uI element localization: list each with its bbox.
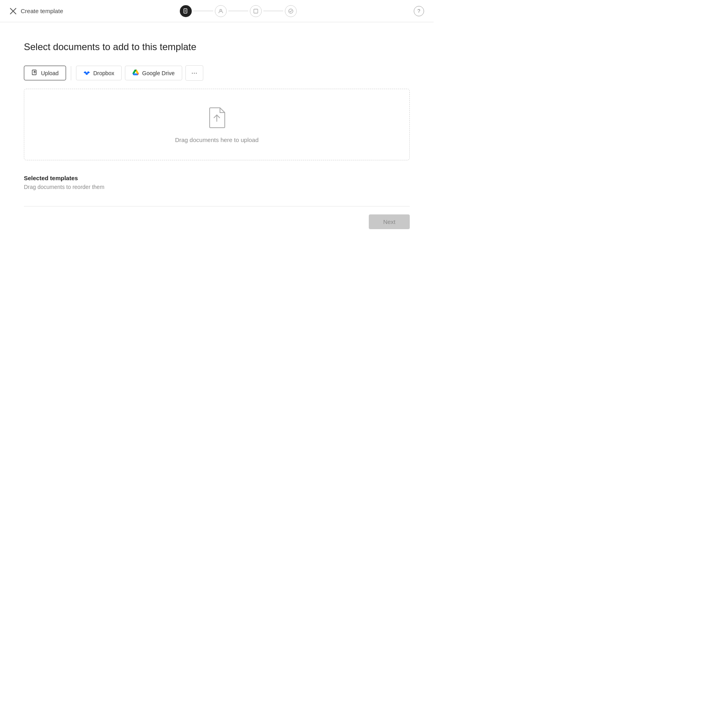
page-title: Select documents to add to this template	[24, 41, 410, 53]
selected-templates-title: Selected templates	[24, 175, 410, 181]
more-icon: ···	[191, 69, 197, 77]
file-upload-icon	[207, 106, 226, 130]
upload-button-label: Upload	[41, 70, 58, 76]
dropbox-icon	[84, 69, 90, 77]
close-button[interactable]	[10, 8, 17, 15]
main-content: Select documents to add to this template…	[0, 22, 434, 248]
selected-templates-section: Selected templates Drag documents to reo…	[24, 175, 410, 190]
header-title: Create template	[21, 8, 63, 14]
step-line-2	[228, 11, 248, 11]
upload-icon	[31, 69, 38, 77]
help-button[interactable]: ?	[414, 6, 424, 16]
svg-rect-2	[184, 9, 187, 13]
svg-rect-6	[254, 9, 258, 13]
drop-zone[interactable]: Drag documents here to upload	[24, 89, 410, 160]
dropbox-button-label: Dropbox	[93, 70, 114, 76]
step-document	[180, 5, 192, 17]
svg-point-7	[289, 9, 293, 13]
header: Create template	[0, 0, 434, 22]
help-icon: ?	[417, 8, 420, 14]
google-drive-button[interactable]: Google Drive	[125, 66, 182, 80]
step-circle-1	[180, 5, 192, 17]
next-button[interactable]: Next	[369, 214, 410, 229]
wizard-steps	[180, 5, 297, 17]
dropbox-button[interactable]: Dropbox	[76, 66, 122, 80]
step-circle-3	[250, 5, 262, 17]
step-line-1	[193, 11, 213, 11]
step-fields	[250, 5, 262, 17]
step-circle-2	[215, 5, 227, 17]
selected-templates-subtitle: Drag documents to reorder them	[24, 184, 410, 190]
footer: Next	[24, 206, 410, 229]
step-review	[285, 5, 297, 17]
step-circle-4	[285, 5, 297, 17]
divider-1	[71, 66, 71, 80]
upload-source-row: Upload Dropbox	[24, 65, 410, 81]
header-right: ?	[414, 6, 424, 16]
google-drive-icon	[132, 69, 139, 77]
step-recipients	[215, 5, 227, 17]
google-drive-button-label: Google Drive	[142, 70, 175, 76]
more-sources-button[interactable]: ···	[185, 65, 203, 81]
drop-zone-text: Drag documents here to upload	[175, 136, 259, 143]
upload-button[interactable]: Upload	[24, 66, 66, 80]
step-line-3	[263, 11, 283, 11]
header-left: Create template	[10, 8, 63, 15]
